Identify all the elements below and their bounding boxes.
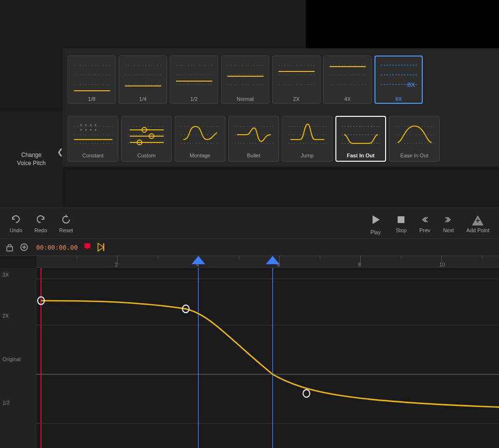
curve-label-montage: Montage — [190, 153, 210, 158]
redo-button[interactable]: Redo — [34, 214, 47, 233]
undo-icon — [10, 214, 22, 225]
change-voice-pitch-label: ChangeVoice Pitch — [12, 146, 50, 172]
curve-label-fast-in-out: Fast In Out — [347, 153, 374, 158]
curve-label-ease-in-out: Ease In Out — [400, 153, 428, 158]
stop-button[interactable]: Stop — [395, 214, 407, 233]
reset-label: Reset — [59, 227, 73, 233]
prev-label: Prev — [419, 227, 430, 233]
svg-rect-69 — [7, 247, 13, 251]
toolbar: Undo Redo Reset — [0, 208, 499, 239]
speed-card-2x[interactable]: 2X — [272, 56, 320, 104]
top-black-area — [306, 0, 499, 48]
next-label: Next — [443, 227, 454, 233]
svg-point-103 — [303, 390, 310, 397]
stop-icon — [395, 214, 407, 225]
reset-button[interactable]: Reset — [59, 214, 73, 233]
svg-marker-92 — [192, 256, 205, 264]
timecode-display: 00:00:00.00 — [36, 244, 78, 251]
y-label-2x: 2X — [2, 313, 9, 319]
curve-presets-panel: Constant Custom — [63, 111, 499, 167]
lock-icon[interactable] — [5, 242, 14, 252]
timeline-ruler: 2 4 6 8 10 — [36, 256, 499, 268]
speed-label-2x: 2X — [293, 96, 299, 102]
curve-label-jump: Jump — [301, 153, 314, 158]
svg-text:10: 10 — [439, 262, 445, 267]
speed-label-normal: Normal — [236, 96, 253, 102]
svg-point-35 — [80, 129, 82, 131]
curve-card-fast-in-out[interactable]: Fast In Out — [335, 116, 386, 162]
svg-point-37 — [90, 129, 92, 131]
reset-icon — [60, 214, 72, 225]
y-label-1-2: 1/2 — [2, 400, 10, 406]
svg-point-34 — [95, 124, 97, 126]
collapse-panel-button[interactable]: ❮ — [57, 147, 63, 156]
speed-label-1-8: 1/8 — [88, 96, 95, 102]
main-container: 1/8 1/4 — [0, 0, 499, 448]
link-icon[interactable] — [19, 242, 29, 252]
undo-label: Undo — [10, 227, 22, 233]
speed-card-4x[interactable]: 4X — [323, 56, 372, 104]
svg-marker-93 — [266, 256, 279, 264]
speed-card-1-4[interactable]: 1/4 — [119, 56, 167, 104]
stop-label: Stop — [396, 227, 407, 233]
curve-label-bullet: Bullet — [247, 153, 261, 158]
timeline-area: 00:00:00.00 2 4 6 — [0, 239, 499, 448]
svg-point-33 — [90, 124, 92, 126]
redo-icon — [35, 214, 46, 225]
timeline-canvas: 3X 2X Original 1/2 — [0, 268, 499, 448]
y-label-3x: 3X — [2, 272, 9, 278]
prev-button[interactable]: Prev — [419, 214, 430, 233]
timeline-graph[interactable] — [36, 268, 499, 448]
speed-card-8x[interactable]: 8X 8X — [374, 56, 423, 104]
play-button[interactable]: Play — [368, 212, 383, 235]
speed-card-1-2[interactable]: 1/2 — [170, 56, 218, 104]
add-point-label: Add Point — [466, 227, 489, 233]
curve-label-constant: Constant — [82, 153, 103, 158]
speed-presets-panel: 1/8 1/4 — [63, 48, 499, 111]
svg-point-36 — [85, 129, 87, 131]
curve-card-ease-in-out[interactable]: Ease In Out — [389, 116, 440, 162]
undo-button[interactable]: Undo — [10, 214, 22, 233]
curve-card-montage[interactable]: Montage — [175, 116, 225, 162]
curve-label-custom: Custom — [138, 153, 156, 158]
speed-label-8x: 8X — [395, 96, 402, 102]
speed-label-1-4: 1/4 — [139, 96, 146, 102]
timeline-header: 00:00:00.00 — [0, 239, 499, 256]
prev-icon — [419, 214, 430, 225]
curve-card-constant[interactable]: Constant — [68, 116, 118, 162]
left-sidebar: ChangeVoice Pitch — [0, 111, 63, 208]
play-label: Play — [371, 229, 381, 235]
curve-card-jump[interactable]: Jump — [282, 116, 333, 162]
svg-point-32 — [85, 124, 87, 126]
curve-card-bullet[interactable]: Bullet — [228, 116, 279, 162]
svg-text:8X: 8X — [407, 81, 415, 88]
timeline-y-labels: 3X 2X Original 1/2 — [0, 268, 36, 448]
add-point-button[interactable]: Add Point — [466, 214, 489, 233]
redo-label: Redo — [34, 227, 47, 233]
speed-card-normal[interactable]: Normal — [221, 56, 269, 104]
svg-marker-73 — [98, 243, 104, 251]
svg-text:2: 2 — [115, 262, 118, 267]
speed-card-1-8[interactable]: 1/8 — [68, 56, 116, 104]
next-button[interactable]: Next — [443, 214, 454, 233]
play-icon — [368, 212, 383, 227]
next-icon — [443, 214, 454, 225]
svg-text:8: 8 — [358, 262, 361, 267]
svg-rect-65 — [398, 216, 404, 223]
speed-label-4x: 4X — [344, 96, 350, 102]
speed-label-1-2: 1/2 — [190, 96, 197, 102]
svg-marker-64 — [373, 215, 380, 224]
svg-point-31 — [80, 124, 82, 126]
y-label-original: Original — [2, 356, 21, 362]
add-point-icon — [472, 214, 484, 225]
svg-point-38 — [95, 129, 97, 131]
curve-card-custom[interactable]: Custom — [121, 116, 172, 162]
